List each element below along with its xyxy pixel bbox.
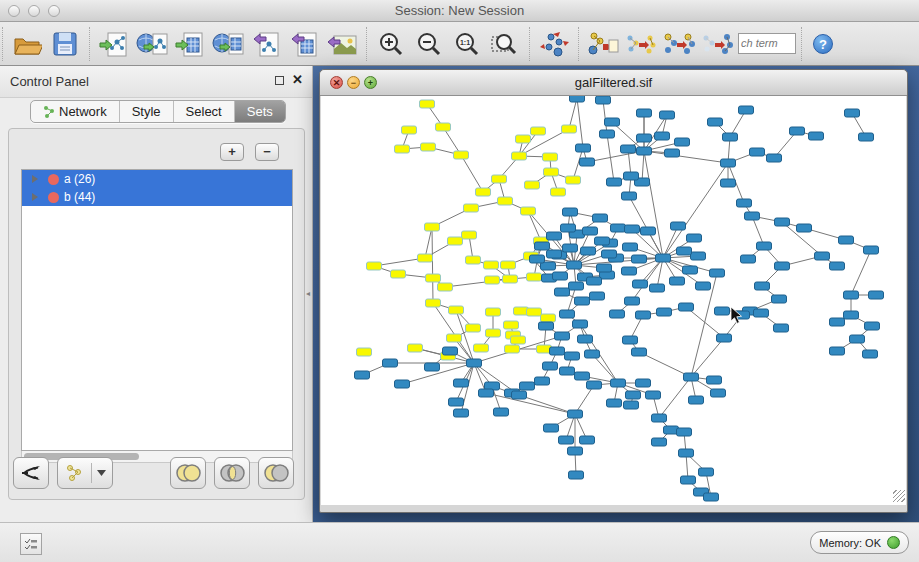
graph-node-blue[interactable] xyxy=(745,212,760,220)
graph-node-blue[interactable] xyxy=(512,391,527,399)
graph-node-yellow[interactable] xyxy=(562,125,577,133)
graph-node-blue[interactable] xyxy=(691,252,706,260)
graph-node-blue[interactable] xyxy=(607,178,622,186)
graph-node-blue[interactable] xyxy=(767,154,782,162)
graph-node-blue[interactable] xyxy=(597,264,612,272)
graph-node-blue[interactable] xyxy=(578,335,593,343)
graph-node-yellow[interactable] xyxy=(426,299,441,307)
graph-node-yellow[interactable] xyxy=(525,181,540,189)
graph-node-blue[interactable] xyxy=(383,359,398,367)
graph-node-blue[interactable] xyxy=(844,311,859,319)
export-network-icon[interactable] xyxy=(248,26,284,62)
graph-node-blue[interactable] xyxy=(479,389,494,397)
graph-node-yellow[interactable] xyxy=(543,153,558,161)
graph-node-blue[interactable] xyxy=(689,396,704,404)
graph-node-blue[interactable] xyxy=(425,363,440,371)
graph-node-blue[interactable] xyxy=(605,118,620,126)
graph-node-blue[interactable] xyxy=(539,322,554,330)
tab-sets[interactable]: Sets xyxy=(235,101,285,122)
intersect-sets-button[interactable] xyxy=(214,457,250,489)
graph-node-blue[interactable] xyxy=(623,243,638,251)
graph-node-blue[interactable] xyxy=(611,379,626,387)
graph-node-yellow[interactable] xyxy=(402,126,417,134)
graph-edge[interactable] xyxy=(577,98,583,148)
graph-node-blue[interactable] xyxy=(675,138,690,146)
graph-node-blue[interactable] xyxy=(775,262,790,270)
graph-node-yellow[interactable] xyxy=(551,188,566,196)
graph-node-blue[interactable] xyxy=(637,109,652,117)
graph-node-blue[interactable] xyxy=(679,303,694,311)
graph-node-blue[interactable] xyxy=(711,389,726,397)
add-set-button[interactable]: + xyxy=(220,143,244,161)
splitter-collapse-handle[interactable]: ◂ xyxy=(306,288,313,300)
graph-node-blue[interactable] xyxy=(563,244,578,252)
graph-node-blue[interactable] xyxy=(809,132,824,140)
graph-node-yellow[interactable] xyxy=(449,306,464,314)
graph-node-blue[interactable] xyxy=(632,348,647,356)
help-icon[interactable]: ? xyxy=(813,34,833,54)
graph-node-blue[interactable] xyxy=(595,237,610,245)
zoom-fit-icon[interactable]: 1:1 xyxy=(449,26,485,62)
graph-node-blue[interactable] xyxy=(555,288,570,296)
graph-node-yellow[interactable] xyxy=(498,197,513,205)
graph-node-blue[interactable] xyxy=(623,336,638,344)
graph-node-blue[interactable] xyxy=(559,436,574,444)
graph-node-blue[interactable] xyxy=(679,449,694,457)
graph-edge[interactable] xyxy=(461,155,483,192)
tab-network[interactable]: Network xyxy=(31,101,120,122)
graph-edge[interactable] xyxy=(644,151,663,258)
graph-node-yellow[interactable] xyxy=(516,135,531,143)
graph-node-blue[interactable] xyxy=(710,269,725,277)
task-history-button[interactable] xyxy=(20,533,42,555)
graph-node-blue[interactable] xyxy=(844,291,859,299)
graph-node-yellow[interactable] xyxy=(505,345,520,353)
graph-node-blue[interactable] xyxy=(569,471,584,479)
graph-node-blue[interactable] xyxy=(670,277,685,285)
split-set-button[interactable] xyxy=(13,457,49,489)
graph-node-blue[interactable] xyxy=(650,284,665,292)
new-network-from-selection-file-icon[interactable] xyxy=(585,26,621,62)
graph-node-yellow[interactable] xyxy=(504,321,519,329)
graph-node-blue[interactable] xyxy=(739,106,754,114)
zoom-out-icon[interactable] xyxy=(411,26,447,62)
graph-node-yellow[interactable] xyxy=(486,329,501,337)
graph-node-yellow[interactable] xyxy=(541,314,556,322)
graph-node-blue[interactable] xyxy=(550,347,565,355)
graph-node-yellow[interactable] xyxy=(420,100,435,108)
graph-node-blue[interactable] xyxy=(636,311,651,319)
graph-node-blue[interactable] xyxy=(699,468,714,476)
expander-triangle-icon[interactable] xyxy=(32,175,38,183)
expander-triangle-icon[interactable] xyxy=(32,193,38,201)
graph-node-blue[interactable] xyxy=(575,372,590,380)
graph-node-blue[interactable] xyxy=(641,227,656,235)
graph-edge[interactable] xyxy=(659,377,691,418)
graph-node-blue[interactable] xyxy=(570,96,585,102)
graph-node-blue[interactable] xyxy=(621,145,636,153)
graph-node-blue[interactable] xyxy=(624,401,639,409)
graph-node-yellow[interactable] xyxy=(503,275,518,283)
union-sets-button[interactable] xyxy=(170,457,206,489)
graph-node-yellow[interactable] xyxy=(391,270,406,278)
graph-node-blue[interactable] xyxy=(590,292,605,300)
resize-grip-icon[interactable] xyxy=(893,490,905,502)
export-image-icon[interactable] xyxy=(324,26,360,62)
graph-node-blue[interactable] xyxy=(567,261,582,269)
graph-node-blue[interactable] xyxy=(681,476,696,484)
graph-edge[interactable] xyxy=(425,227,432,258)
import-network-url-icon[interactable] xyxy=(134,26,170,62)
import-table-url-icon[interactable] xyxy=(210,26,246,62)
graph-node-blue[interactable] xyxy=(547,250,562,258)
graph-node-blue[interactable] xyxy=(624,172,639,180)
save-session-icon[interactable] xyxy=(47,26,83,62)
memory-status-button[interactable]: Memory: OK xyxy=(810,531,909,554)
graph-edge[interactable] xyxy=(639,352,691,377)
graph-node-blue[interactable] xyxy=(845,109,860,117)
graph-node-blue[interactable] xyxy=(660,111,675,119)
network-window-titlebar[interactable]: ✕ − + galFiltered.sif xyxy=(320,70,907,96)
zoom-selected-icon[interactable] xyxy=(487,26,523,62)
graph-node-blue[interactable] xyxy=(587,381,602,389)
graph-node-blue[interactable] xyxy=(656,254,671,262)
graph-node-blue[interactable] xyxy=(677,247,692,255)
graph-edge[interactable] xyxy=(642,151,644,182)
graph-node-blue[interactable] xyxy=(830,262,845,270)
